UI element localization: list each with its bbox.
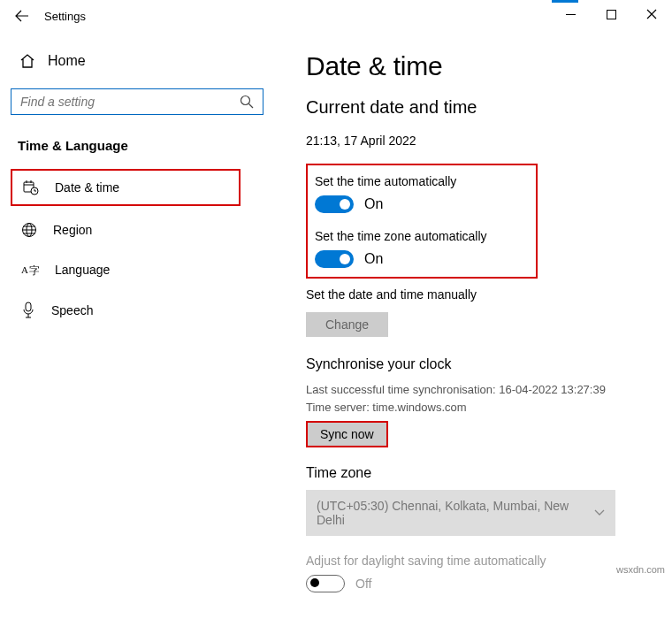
svg-point-1 (241, 96, 250, 105)
sync-now-button[interactable]: Sync now (306, 421, 388, 447)
svg-text:字: 字 (29, 264, 39, 277)
svg-rect-0 (607, 10, 615, 19)
close-icon (646, 9, 657, 19)
auto-time-toggle[interactable] (315, 195, 354, 213)
change-button: Change (306, 312, 388, 337)
section-subheading: Current date and time (306, 97, 654, 118)
maximize-button[interactable] (591, 0, 631, 28)
sidebar-item-label: Speech (51, 303, 93, 317)
minimize-icon (566, 10, 576, 19)
timezone-heading: Time zone (306, 465, 654, 481)
home-label: Home (48, 53, 86, 69)
timezone-dropdown: (UTC+05:30) Chennai, Kolkata, Mumbai, Ne… (306, 490, 615, 536)
sidebar-item-label: Language (55, 263, 110, 277)
search-input[interactable] (20, 95, 233, 109)
timezone-value: (UTC+05:30) Chennai, Kolkata, Mumbai, Ne… (317, 499, 594, 527)
auto-tz-state: On (364, 251, 383, 267)
back-button[interactable] (11, 4, 34, 27)
sidebar: Home Time & Language Date & time Region … (0, 32, 283, 619)
sidebar-item-label: Region (53, 223, 92, 237)
current-datetime: 21:13, 17 April 2022 (306, 134, 654, 148)
dst-state: Off (355, 577, 371, 591)
svg-rect-8 (26, 302, 31, 311)
auto-tz-toggle[interactable] (315, 250, 354, 268)
sidebar-item-label: Date & time (55, 180, 119, 195)
language-icon: A字 (21, 263, 39, 277)
main-panel: Date & time Current date and time 21:13,… (283, 32, 672, 619)
sidebar-item-speech[interactable]: Speech (11, 293, 272, 328)
globe-icon (21, 222, 37, 238)
page-title: Date & time (306, 51, 654, 81)
close-button[interactable] (631, 0, 672, 28)
microphone-icon (21, 302, 35, 319)
home-link[interactable]: Home (11, 46, 272, 76)
auto-tz-label: Set the time zone automatically (315, 229, 523, 243)
sync-last: Last successful time synchronisation: 16… (306, 381, 654, 399)
manual-label: Set the date and time manually (306, 287, 654, 302)
search-input-container[interactable] (11, 88, 263, 115)
sidebar-item-language[interactable]: A字 Language (11, 254, 272, 286)
dst-label: Adjust for daylight saving time automati… (306, 554, 654, 568)
auto-time-label: Set the time automatically (315, 174, 523, 188)
minimize-button[interactable] (550, 0, 591, 28)
svg-text:A: A (21, 264, 28, 275)
watermark: wsxdn.com (616, 564, 665, 575)
search-icon (240, 95, 254, 109)
sidebar-item-date-time[interactable]: Date & time (11, 169, 241, 206)
auto-settings-group: Set the time automatically On Set the ti… (306, 164, 538, 279)
dst-toggle (306, 575, 345, 592)
date-time-icon (23, 180, 39, 195)
sync-server: Time server: time.windows.com (306, 399, 654, 416)
window-controls (550, 0, 672, 28)
window-title: Settings (44, 10, 86, 23)
category-heading: Time & Language (18, 138, 272, 153)
maximize-icon (607, 10, 616, 19)
back-arrow-icon (15, 9, 29, 23)
auto-time-state: On (364, 196, 383, 212)
sync-heading: Synchronise your clock (306, 356, 654, 372)
home-icon (19, 54, 35, 68)
sidebar-item-region[interactable]: Region (11, 213, 272, 247)
chevron-down-icon (594, 509, 605, 516)
